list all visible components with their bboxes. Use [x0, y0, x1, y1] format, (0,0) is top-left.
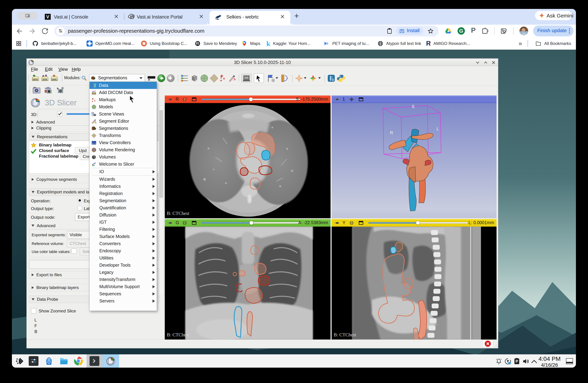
svg-text:R: R: [390, 130, 393, 135]
svg-text:SAVE: SAVE: [52, 78, 57, 80]
svg-text:DATA: DATA: [33, 78, 38, 80]
svg-text:B: CTChest: B: CTChest: [167, 211, 189, 216]
svg-text:❋: ❋: [223, 77, 225, 80]
svg-text:L: L: [437, 127, 439, 131]
svg-text:❋: ❋: [94, 100, 96, 102]
svg-text:❋: ❋: [92, 98, 94, 100]
svg-text:B: CTChest: B: CTChest: [334, 332, 356, 337]
svg-text:DICOM: DICOM: [92, 93, 96, 94]
svg-text:S: S: [412, 104, 415, 109]
svg-text:❋: ❋: [92, 100, 93, 102]
svg-text:B: CTChest: B: CTChest: [167, 332, 189, 337]
svg-text:DCM: DCM: [43, 78, 47, 80]
svg-text:❋: ❋: [220, 79, 222, 82]
